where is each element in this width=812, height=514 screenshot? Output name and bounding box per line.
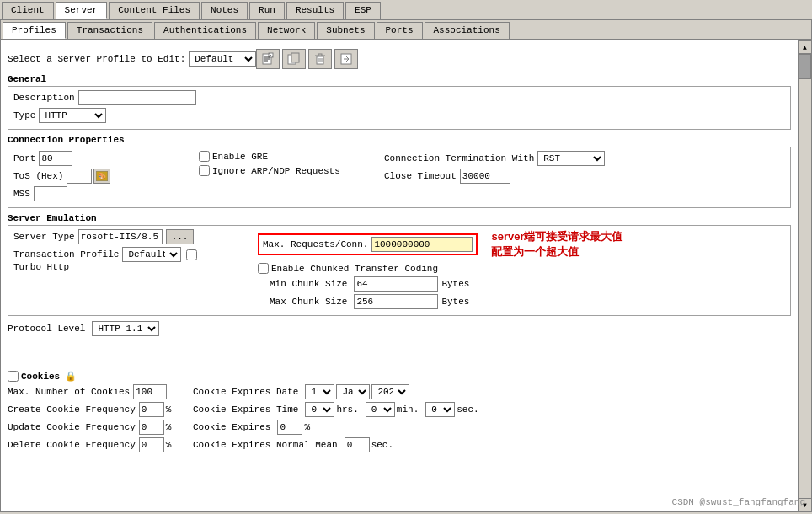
scrollbar[interactable]: ▲ ▼ (798, 40, 811, 511)
server-type-label: Server Type (13, 232, 75, 242)
transaction-profile-label: Transaction Profile (13, 249, 119, 260)
port-input[interactable] (39, 151, 72, 166)
svg-rect-7 (291, 53, 299, 62)
server-type-input[interactable] (78, 229, 163, 244)
delete-freq-input[interactable] (139, 437, 164, 452)
max-chunk-label: Max Chunk Size (270, 297, 347, 307)
type-label: Type (13, 110, 35, 120)
tab-results[interactable]: Results (286, 2, 344, 19)
turbo-http-checkbox[interactable] (186, 249, 197, 260)
description-input[interactable] (78, 90, 196, 105)
expires-normal-sec: sec. (371, 440, 393, 450)
expires-percent: % (304, 422, 310, 432)
max-requests-container: Max. Requests/Conn. (258, 233, 478, 255)
tab-esp[interactable]: ESP (345, 2, 381, 19)
max-cookies-input[interactable] (133, 384, 167, 399)
expires-sec-dropdown[interactable]: 0 (425, 402, 455, 417)
tab-subnets[interactable]: Subnets (317, 22, 374, 39)
tab-server[interactable]: Server (56, 2, 108, 19)
sec-label: sec. (457, 404, 478, 415)
tab-client[interactable]: Client (2, 2, 54, 19)
top-tab-bar: Client Server Content Files Notes Run Re… (0, 0, 812, 20)
tab-network[interactable]: Network (258, 22, 315, 39)
server-emulation-section: Server Type ... Transaction Profile Defa… (8, 225, 791, 316)
update-freq-label: Update Cookie Frequency (8, 422, 136, 432)
type-dropdown[interactable]: HTTP (39, 108, 106, 123)
min-label: min. (397, 404, 419, 415)
max-bytes-label: Bytes (441, 297, 469, 307)
server-emulation-label: Server Emulation (8, 213, 791, 223)
expires-month-dropdown[interactable]: Jan (336, 384, 370, 399)
create-freq-percent: % (166, 404, 172, 415)
svg-text:🎨: 🎨 (98, 172, 106, 180)
scrollbar-thumb[interactable] (799, 54, 811, 79)
update-freq-percent: % (166, 422, 172, 432)
tab-run[interactable]: Run (249, 2, 285, 19)
expires-normal-label: Cookie Expires Normal Mean (193, 440, 338, 450)
update-freq-input[interactable] (139, 420, 164, 435)
tab-notes[interactable]: Notes (201, 2, 248, 19)
cookies-checkbox[interactable] (8, 371, 19, 382)
expires-normal-input[interactable] (345, 437, 370, 452)
protocol-level-label: Protocol Level (8, 324, 85, 334)
enable-chunked-checkbox[interactable] (258, 263, 269, 274)
second-tab-bar: Profiles Transactions Authentications Ne… (1, 20, 811, 40)
hrs-label: hrs. (336, 404, 358, 415)
expires-day-dropdown[interactable]: 1 (305, 384, 334, 399)
expires-input[interactable] (277, 420, 302, 435)
enable-chunked-label: Enable Chunked Transfer Coding (271, 264, 438, 274)
tab-content-files[interactable]: Content Files (109, 2, 200, 19)
create-freq-input[interactable] (139, 402, 164, 417)
new-profile-btn[interactable] (256, 49, 280, 69)
close-timeout-input[interactable] (460, 169, 510, 184)
max-requests-input[interactable] (371, 237, 473, 252)
export-profile-btn[interactable] (334, 49, 358, 69)
enable-gre-checkbox[interactable] (199, 151, 210, 162)
expires-date-label: Cookie Expires Date (193, 387, 298, 397)
connection-properties-label: Connection Properties (8, 135, 791, 145)
turbo-http-label: Turbo Http (13, 262, 69, 272)
expires-label: Cookie Expires (193, 422, 270, 432)
min-chunk-label: Min Chunk Size (270, 279, 347, 289)
tab-authentications[interactable]: Authentications (154, 22, 256, 39)
max-chunk-input[interactable] (354, 294, 438, 309)
server-type-btn[interactable]: ... (166, 229, 195, 244)
description-label: Description (13, 93, 75, 103)
tos-label: ToS (Hex) (13, 171, 63, 181)
mss-input[interactable] (34, 186, 67, 201)
tab-transactions[interactable]: Transactions (67, 22, 152, 39)
ignore-arp-label: Ignore ARP/NDP Requests (212, 166, 340, 176)
tab-associations[interactable]: Associations (425, 22, 510, 39)
transaction-profile-dropdown[interactable]: Default (122, 247, 181, 262)
min-chunk-input[interactable] (354, 276, 438, 292)
copy-profile-btn[interactable] (282, 49, 306, 69)
svg-rect-10 (318, 54, 322, 56)
tab-profiles[interactable]: Profiles (3, 22, 66, 39)
select-profile-label: Select a Server Profile to Edit: (8, 54, 185, 64)
expires-year-dropdown[interactable]: 2021 (371, 384, 409, 399)
min-bytes-label: Bytes (441, 279, 469, 289)
tos-picker-btn[interactable]: 🎨 (93, 169, 110, 184)
ignore-arp-checkbox[interactable] (199, 165, 210, 176)
expires-time-label: Cookie Expires Time (193, 404, 298, 415)
profile-dropdown[interactable]: Default (189, 51, 256, 67)
tab-ports[interactable]: Ports (377, 22, 423, 39)
max-requests-label: Max. Requests/Conn. (263, 239, 368, 249)
close-timeout-label: Close Timeout (384, 171, 457, 181)
cookies-label: Cookies (21, 372, 60, 382)
tos-input[interactable] (67, 169, 92, 184)
conn-termination-dropdown[interactable]: RST (537, 151, 605, 166)
expires-hour-dropdown[interactable]: 0 (305, 402, 334, 417)
cookies-lock-icon: 🔒 (65, 371, 77, 382)
delete-freq-percent: % (166, 440, 172, 450)
connection-properties-section: Port ToS (Hex) 🎨 MSS (8, 147, 791, 208)
port-label: Port (13, 153, 35, 163)
general-section-label: General (8, 74, 791, 84)
scroll-up-btn[interactable]: ▲ (799, 40, 812, 54)
scrollbar-track[interactable] (799, 54, 811, 498)
delete-profile-btn[interactable] (308, 49, 332, 69)
expires-min-dropdown[interactable]: 0 (366, 402, 395, 417)
max-cookies-label: Max. Number of Cookies (8, 387, 130, 397)
protocol-level-dropdown[interactable]: HTTP 1.1 (92, 321, 159, 336)
conn-termination-label: Connection Termination With (384, 153, 534, 163)
